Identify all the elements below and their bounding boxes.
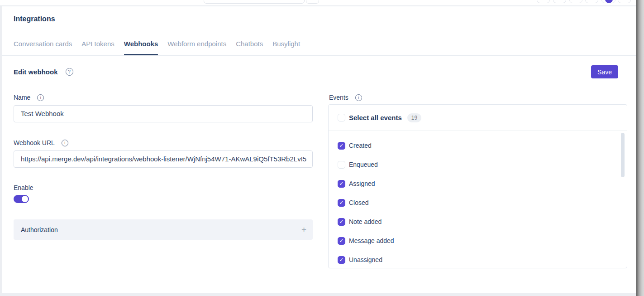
event-label: Created: [349, 142, 372, 149]
tab-chatbots[interactable]: Chatbots: [236, 32, 263, 55]
event-row-created[interactable]: ✓ Created: [329, 136, 627, 155]
webhook-url-info-icon[interactable]: i: [62, 140, 68, 146]
page-header: Integrations: [2, 6, 636, 32]
topbar-divider: [0, 5, 644, 6]
enable-label-text: Enable: [14, 184, 33, 191]
event-label: Unassigned: [349, 256, 382, 263]
event-row-unassigned[interactable]: ✓ Unassigned: [329, 250, 627, 269]
events-panel: ✓ Select all events 19 ✓ Created ✓ Enque…: [328, 104, 627, 268]
authorization-accordion[interactable]: Authorization +: [14, 219, 313, 240]
enable-toggle[interactable]: [14, 195, 29, 203]
topbar-button-3[interactable]: [569, 0, 582, 3]
events-list: ✓ Created ✓ Enqueued ✓ Assigned ✓ Closed…: [329, 131, 627, 269]
topbar-button-2[interactable]: [553, 0, 566, 3]
top-navigation-bar: [0, 0, 644, 5]
edit-webhook-heading: Edit webhook ?: [14, 68, 73, 76]
event-row-enqueued[interactable]: ✓ Enqueued: [329, 155, 627, 174]
authorization-label: Authorization: [21, 226, 58, 233]
event-row-note-added[interactable]: ✓ Note added: [329, 212, 627, 231]
enable-field-label: Enable: [14, 184, 33, 191]
edit-webhook-header-row: Edit webhook ? Save: [14, 65, 627, 79]
webhook-url-input[interactable]: https://api.merge.dev/api/integrations/w…: [14, 150, 313, 168]
tab-conversation-cards[interactable]: Conversation cards: [14, 32, 72, 55]
events-count-badge: 19: [407, 113, 421, 122]
events-info-icon[interactable]: i: [355, 94, 362, 101]
check-icon: ✓: [339, 257, 343, 262]
integrations-page: Integrations Conversation cards API toke…: [2, 6, 636, 293]
tab-webhooks[interactable]: Webhooks: [124, 32, 158, 55]
global-search-input[interactable]: [204, 0, 305, 4]
check-icon: ✓: [339, 181, 343, 186]
select-all-row[interactable]: ✓ Select all events 19: [329, 105, 627, 131]
webhook-url-field-label: Webhook URL i: [14, 139, 68, 146]
name-info-icon[interactable]: i: [37, 94, 44, 101]
toggle-knob: [22, 196, 28, 202]
event-checkbox[interactable]: ✓: [338, 237, 345, 245]
event-label: Message added: [349, 237, 394, 244]
check-icon: ✓: [339, 219, 343, 224]
name-input[interactable]: Test Webhook: [14, 105, 313, 122]
window-scrollbar[interactable]: [636, 0, 644, 296]
webhook-url-label-text: Webhook URL: [14, 139, 55, 146]
event-label: Note added: [349, 218, 382, 225]
save-button[interactable]: Save: [591, 65, 618, 78]
select-all-checkbox[interactable]: ✓: [338, 114, 345, 121]
edit-webhook-title: Edit webhook: [14, 68, 58, 76]
event-row-message-added[interactable]: ✓ Message added: [329, 231, 627, 250]
topbar-button-4[interactable]: [585, 0, 598, 3]
event-checkbox[interactable]: ✓: [338, 142, 345, 150]
events-scrollbar-thumb[interactable]: [621, 133, 625, 177]
event-label: Assigned: [349, 180, 375, 187]
help-icon[interactable]: ?: [66, 68, 73, 76]
check-icon: ✓: [339, 238, 343, 243]
event-row-closed[interactable]: ✓ Closed: [329, 193, 627, 212]
tab-bar: Conversation cards API tokens Webhooks W…: [2, 32, 636, 56]
events-label-text: Events: [329, 94, 348, 101]
expand-plus-icon[interactable]: +: [301, 225, 306, 234]
event-checkbox[interactable]: ✓: [338, 180, 345, 188]
check-icon: ✓: [339, 200, 343, 205]
name-field-label: Name i: [14, 94, 44, 101]
check-icon: ✓: [339, 143, 343, 148]
topbar-button-1[interactable]: [537, 0, 550, 3]
tab-webform-endpoints[interactable]: Webform endpoints: [167, 32, 226, 55]
tab-api-tokens[interactable]: API tokens: [81, 32, 114, 55]
page-title: Integrations: [14, 15, 55, 23]
event-checkbox[interactable]: ✓: [338, 161, 345, 169]
event-checkbox[interactable]: ✓: [338, 218, 345, 226]
search-side-button[interactable]: [306, 0, 319, 4]
event-checkbox[interactable]: ✓: [338, 199, 345, 207]
event-row-assigned[interactable]: ✓ Assigned: [329, 174, 627, 193]
select-all-label: Select all events: [349, 114, 402, 121]
tab-busylight[interactable]: Busylight: [272, 32, 300, 55]
events-field-label: Events i: [329, 94, 362, 101]
topbar-button-6[interactable]: [618, 0, 631, 3]
name-label-text: Name: [14, 94, 30, 101]
event-label: Closed: [349, 199, 369, 206]
event-checkbox[interactable]: ✓: [338, 256, 345, 264]
event-label: Enqueued: [349, 161, 378, 168]
